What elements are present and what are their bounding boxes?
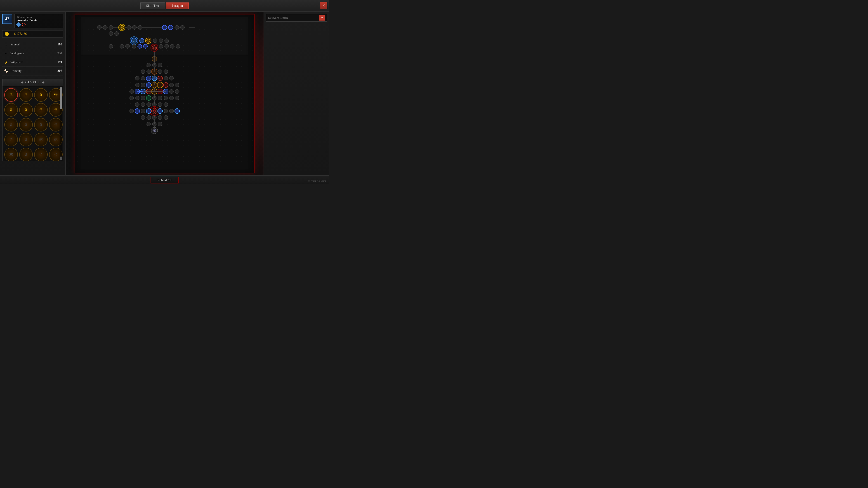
willpower-label: Willpower <box>10 60 57 64</box>
deco-right <box>42 81 44 84</box>
svg-point-19 <box>175 26 179 30</box>
dexterity-label: Dexterity <box>10 69 57 73</box>
glyphs-section: GLYPHS 𝔊𝔊𝔄𝔐𝔄𝔄𝔊𝔊𝔄𝔄𝔄𝔊𝔊𝔄𝔐𝔐𝔐𝔄𝔊𝔊 ▲ ▼ <box>2 78 63 161</box>
intelligence-value: 739 <box>57 52 62 55</box>
glyph-item-1[interactable]: 𝔊 <box>4 88 18 102</box>
glyphs-scrollbar[interactable]: ▲ ▼ <box>60 87 62 160</box>
svg-point-93 <box>129 109 133 113</box>
svg-point-81 <box>146 96 151 101</box>
svg-point-36 <box>138 44 142 48</box>
glyph-item-7[interactable]: 𝔊 <box>34 103 48 117</box>
svg-point-30 <box>159 39 163 43</box>
stat-row-intelligence: ✦ Intelligence 739 <box>2 49 63 58</box>
stat-row-willpower: ⚡ Willpower 191 <box>2 58 63 67</box>
willpower-value: 191 <box>57 60 62 64</box>
glyph-item-10[interactable]: 𝔄 <box>19 118 33 131</box>
strength-value: 165 <box>57 43 62 46</box>
tab-paragon[interactable]: Paragon <box>166 2 188 9</box>
svg-point-67 <box>169 83 174 87</box>
glyph-item-14[interactable]: 𝔄 <box>19 133 33 147</box>
svg-rect-2 <box>81 18 248 55</box>
svg-point-62 <box>141 83 145 87</box>
svg-point-15 <box>132 26 136 30</box>
svg-point-34 <box>125 44 129 48</box>
bottom-bar: Refund All ❖ THEGAMER <box>0 175 329 184</box>
svg-point-48 <box>158 63 162 67</box>
main-board: ☀ ⬡ <box>66 12 264 175</box>
reset-icon[interactable] <box>22 23 26 26</box>
glyphs-grid-wrapper: 𝔊𝔊𝔄𝔐𝔄𝔄𝔊𝔊𝔄𝔄𝔄𝔊𝔊𝔄𝔐𝔐𝔐𝔄𝔊𝔊 ▲ ▼ <box>2 86 63 161</box>
svg-point-69 <box>129 90 133 94</box>
svg-point-46 <box>147 63 151 67</box>
svg-point-77 <box>175 90 179 94</box>
svg-text:⬡: ⬡ <box>133 39 135 42</box>
points-icons <box>17 23 61 26</box>
svg-point-54 <box>135 76 139 80</box>
gold-value: 6,175,166 <box>14 32 27 36</box>
close-button[interactable]: ✕ <box>320 2 327 9</box>
refund-all-button[interactable]: Refund All <box>151 177 179 184</box>
svg-point-76 <box>169 90 174 94</box>
svg-point-111 <box>158 122 162 126</box>
svg-point-108 <box>164 116 168 120</box>
intelligence-icon: ✦ <box>3 51 8 56</box>
svg-point-60 <box>169 76 174 80</box>
svg-point-44 <box>176 44 180 48</box>
svg-point-78 <box>129 96 133 100</box>
glyph-item-9[interactable]: 𝔄 <box>4 118 18 131</box>
glyph-item-5[interactable]: 𝔄 <box>4 103 18 117</box>
glyph-item-19[interactable]: 𝔊 <box>34 148 48 161</box>
svg-point-107 <box>158 116 162 120</box>
glyph-item-3[interactable]: 𝔄 <box>34 88 48 102</box>
svg-point-14 <box>127 26 131 30</box>
svg-point-28 <box>147 39 150 42</box>
willpower-icon: ⚡ <box>3 59 8 65</box>
search-bar: ▼ <box>266 14 327 22</box>
board-area: ☀ ⬡ <box>74 14 254 173</box>
svg-point-105 <box>147 116 151 120</box>
svg-point-35 <box>132 44 136 48</box>
svg-point-49 <box>141 70 145 74</box>
glyph-item-13[interactable]: 𝔊 <box>4 133 18 147</box>
svg-point-84 <box>164 96 168 100</box>
top-bar: Skill Tree Paragon ✕ <box>0 0 329 12</box>
glyphs-header: GLYPHS <box>2 79 63 86</box>
svg-point-53 <box>164 70 168 74</box>
svg-point-18 <box>168 25 173 30</box>
stat-row-dexterity: 🦴 Dexterity 207 <box>2 67 63 75</box>
intelligence-label: Intelligence <box>10 52 57 55</box>
scrollbar-thumb <box>60 88 62 109</box>
svg-point-20 <box>180 26 184 30</box>
svg-point-87 <box>135 103 139 107</box>
points-info: 70 points spent Available Points <box>14 14 63 28</box>
glyph-item-18[interactable]: 𝔄 <box>19 148 33 161</box>
svg-point-85 <box>169 96 174 100</box>
scroll-down-arrow[interactable]: ▼ <box>60 157 62 160</box>
glyph-item-15[interactable]: 𝔐 <box>34 133 48 147</box>
node-t1-1[interactable] <box>97 26 101 30</box>
glyph-item-6[interactable]: 𝔄 <box>19 103 33 117</box>
level-section: 42 70 points spent Available Points <box>2 14 63 28</box>
tab-skill-tree[interactable]: Skill Tree <box>141 2 165 9</box>
glyph-item-2[interactable]: 𝔊 <box>19 88 33 102</box>
svg-point-50 <box>147 70 151 74</box>
svg-point-80 <box>141 96 145 100</box>
glyph-item-17[interactable]: 𝔐 <box>4 148 18 161</box>
right-panel: ▼ <box>264 12 329 175</box>
svg-point-42 <box>164 44 168 48</box>
search-dropdown-button[interactable]: ▼ <box>319 15 325 21</box>
level-badge: 42 <box>2 14 12 24</box>
svg-point-16 <box>138 26 142 30</box>
svg-text:☀: ☀ <box>121 26 123 29</box>
deco-left <box>21 81 23 84</box>
glyph-item-11[interactable]: 𝔄 <box>34 118 48 131</box>
keyword-search-input[interactable] <box>268 16 319 20</box>
svg-point-17 <box>162 25 167 30</box>
svg-point-59 <box>164 76 168 80</box>
svg-point-10 <box>109 26 113 30</box>
svg-point-41 <box>159 44 163 48</box>
svg-point-55 <box>141 76 145 80</box>
points-diamond-icon <box>16 22 22 27</box>
glyphs-title: GLYPHS <box>25 80 40 84</box>
level-value: 42 <box>5 17 9 22</box>
